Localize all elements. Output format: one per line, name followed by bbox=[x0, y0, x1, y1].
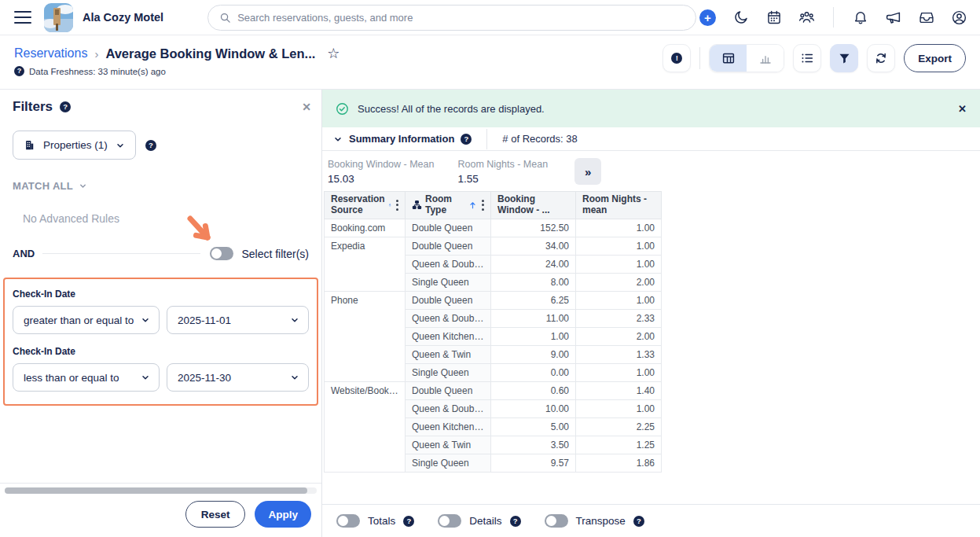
apply-button[interactable]: Apply bbox=[255, 501, 311, 528]
totals-help-icon[interactable]: ? bbox=[403, 516, 414, 527]
chevron-down-icon bbox=[116, 141, 125, 150]
col-label: Room Nights - mean bbox=[582, 194, 656, 216]
reservation-source-cell: Phone bbox=[325, 291, 406, 381]
global-search[interactable] bbox=[207, 5, 696, 31]
chevron-down-icon bbox=[141, 373, 150, 382]
chevron-down-icon bbox=[290, 315, 299, 325]
refresh-button[interactable] bbox=[867, 44, 895, 72]
announcements-icon[interactable] bbox=[885, 9, 901, 26]
tutorial-arrow-icon bbox=[184, 215, 218, 247]
date-value-dropdown[interactable]: 2025-11-01 bbox=[167, 306, 309, 334]
table-view-button[interactable] bbox=[710, 45, 747, 72]
view-mode-switch bbox=[709, 44, 784, 72]
page-header: Reservations › Average Booking Window & … bbox=[0, 35, 980, 90]
transpose-label: Transpose bbox=[576, 515, 626, 527]
room-type-cell: Queen & Twin bbox=[406, 345, 491, 363]
transpose-help-icon[interactable]: ? bbox=[633, 516, 644, 527]
banner-close-icon[interactable]: ✕ bbox=[958, 103, 967, 115]
table-options-bar: Totals ? Details ? Transpose ? bbox=[322, 504, 980, 537]
booking-window-mean-cell: 1.00 bbox=[491, 327, 576, 345]
add-new-icon[interactable]: + bbox=[699, 9, 716, 26]
summary-title: Summary Information bbox=[349, 133, 454, 145]
and-label: AND bbox=[13, 248, 35, 259]
navbar-divider bbox=[833, 7, 834, 28]
col-label: Room Type bbox=[425, 194, 465, 216]
property-logo[interactable] bbox=[44, 3, 73, 32]
col-header-room-type[interactable]: Room Type bbox=[406, 192, 491, 219]
reservation-source-cell: Expedia bbox=[325, 237, 406, 291]
filters-panel: Filters ? ✕ Properties (1) ? MATCH ALL N… bbox=[0, 90, 322, 537]
column-menu-icon[interactable] bbox=[395, 199, 400, 211]
filters-button[interactable] bbox=[830, 44, 858, 72]
select-filters-toggle[interactable] bbox=[210, 247, 233, 260]
match-all-label: MATCH ALL bbox=[13, 180, 73, 192]
sort-asc-icon[interactable] bbox=[468, 200, 477, 210]
room-type-cell: Single Queen bbox=[406, 273, 491, 291]
transpose-toggle[interactable] bbox=[545, 514, 568, 528]
menu-icon[interactable] bbox=[14, 11, 31, 24]
operator-dropdown[interactable]: greater than or equal to bbox=[13, 306, 160, 334]
property-name[interactable]: Ala Cozy Motel bbox=[83, 11, 163, 24]
operator-dropdown[interactable]: less than or equal to bbox=[13, 363, 160, 392]
booking-window-mean-cell: 11.00 bbox=[491, 309, 576, 327]
calendar-icon[interactable] bbox=[765, 9, 782, 26]
chevron-down-icon bbox=[141, 315, 150, 325]
properties-dropdown[interactable]: Properties (1) bbox=[13, 131, 136, 160]
results-table-body: Booking.comDouble Queen152.501.00Expedia… bbox=[325, 219, 662, 472]
room-nights-mean-cell: 2.00 bbox=[576, 327, 662, 345]
filters-help-icon[interactable]: ? bbox=[60, 101, 71, 112]
export-button[interactable]: Export bbox=[904, 44, 966, 72]
expand-metrics-button[interactable]: » bbox=[574, 158, 601, 185]
summary-help-icon[interactable]: ? bbox=[461, 134, 472, 145]
logo-image bbox=[44, 3, 73, 32]
summary-header: Summary Information ? # of Records: 38 bbox=[322, 127, 980, 151]
details-toggle[interactable] bbox=[438, 514, 461, 528]
scrollbar-thumb[interactable] bbox=[5, 487, 307, 494]
breadcrumb-reservations-link[interactable]: Reservations bbox=[14, 46, 87, 61]
filter-field-label: Check-In Date bbox=[13, 346, 309, 357]
room-nights-mean-cell: 1.86 bbox=[576, 454, 662, 472]
room-nights-mean-cell: 1.00 bbox=[576, 363, 662, 381]
success-message: Success! All of the records are displaye… bbox=[358, 103, 545, 115]
properties-help-icon[interactable]: ? bbox=[145, 140, 156, 151]
help-icon[interactable]: ? bbox=[14, 66, 24, 76]
column-menu-icon[interactable] bbox=[480, 199, 486, 211]
properties-dropdown-value: Properties (1) bbox=[43, 139, 108, 151]
metric-room-nights-mean: Room Nights - Mean 1.55 bbox=[457, 159, 548, 185]
totals-label: Totals bbox=[368, 515, 395, 527]
chevron-down-icon bbox=[79, 182, 87, 190]
room-nights-mean-cell: 1.00 bbox=[576, 219, 662, 237]
report-info-button[interactable]: ! bbox=[663, 44, 691, 72]
groups-icon[interactable] bbox=[798, 9, 815, 26]
toolbar-divider bbox=[699, 47, 700, 69]
col-header-reservation-source[interactable]: Reservation Source bbox=[325, 192, 406, 219]
notifications-icon[interactable] bbox=[852, 9, 868, 26]
horizontal-scrollbar[interactable] bbox=[5, 487, 317, 494]
totals-toggle[interactable] bbox=[336, 514, 360, 528]
chart-view-button[interactable] bbox=[747, 45, 784, 72]
favorite-star-icon[interactable]: ☆ bbox=[327, 45, 340, 62]
close-filters-icon[interactable]: ✕ bbox=[302, 101, 311, 113]
search-input[interactable] bbox=[237, 12, 685, 24]
field-list-button[interactable] bbox=[793, 44, 821, 72]
details-help-icon[interactable]: ? bbox=[510, 516, 521, 527]
no-advanced-rules-text: No Advanced Rules bbox=[23, 212, 309, 225]
match-all-dropdown[interactable]: MATCH ALL bbox=[13, 180, 309, 192]
booking-window-mean-cell: 5.00 bbox=[491, 417, 576, 436]
search-icon bbox=[219, 12, 231, 24]
date-value-dropdown[interactable]: 2025-11-30 bbox=[167, 363, 309, 392]
reset-button[interactable]: Reset bbox=[185, 501, 246, 528]
table-icon bbox=[721, 51, 736, 65]
inbox-icon[interactable] bbox=[918, 9, 934, 26]
list-icon bbox=[800, 51, 814, 65]
room-type-cell: Double Queen bbox=[406, 219, 491, 237]
col-header-booking-window[interactable]: Booking Window - ... bbox=[491, 192, 576, 219]
filters-footer: Reset Apply bbox=[0, 483, 321, 537]
col-header-room-nights[interactable]: Room Nights - mean bbox=[576, 192, 662, 219]
dark-mode-icon[interactable] bbox=[732, 9, 749, 26]
sort-asc-icon[interactable] bbox=[388, 200, 391, 210]
account-icon[interactable] bbox=[951, 9, 967, 26]
collapse-chevron-icon[interactable] bbox=[333, 134, 343, 144]
app-window: Ala Cozy Motel + bbox=[0, 0, 980, 537]
navbar-icons: + bbox=[699, 7, 967, 28]
